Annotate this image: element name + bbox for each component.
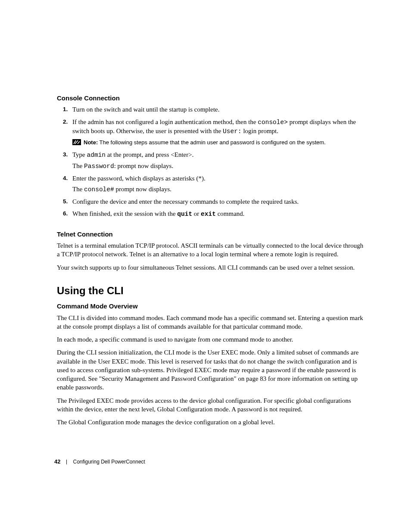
paragraph: The CLI is divided into command modes. E…: [57, 314, 364, 331]
heading-using-the-cli: Using the CLI: [57, 284, 364, 298]
heading-telnet-connection: Telnet Connection: [57, 230, 364, 239]
paragraph: Your switch supports up to four simultan…: [57, 263, 364, 272]
footer-divider: [66, 460, 67, 464]
step-text: When finished, exit the session with the…: [72, 209, 364, 219]
step-number: 5.: [63, 197, 72, 208]
document-page: Console Connection 1. Turn on the switch…: [0, 0, 411, 532]
step-text: If the admin has not configured a login …: [72, 118, 364, 136]
inline-code: console#: [84, 186, 114, 193]
step-number: 6.: [63, 209, 72, 221]
inline-code: User:: [223, 128, 242, 135]
inline-code: Password: [84, 163, 114, 170]
footer-title: Configuring Dell PowerConnect: [73, 458, 145, 465]
step-text: The console# prompt now displays.: [72, 185, 364, 194]
step-number: 1.: [63, 105, 72, 115]
page-footer: 42 Configuring Dell PowerConnect: [54, 458, 145, 466]
note-text: Note: The following steps assume that th…: [84, 139, 326, 146]
step-text: Turn on the switch and wait until the st…: [72, 105, 364, 114]
inline-code: admin: [87, 152, 106, 159]
heading-command-mode-overview: Command Mode Overview: [57, 302, 364, 311]
steps-console: 1. Turn on the switch and wait until the…: [57, 105, 364, 221]
inline-code: quit: [177, 211, 192, 218]
step-text: Type admin at the prompt, and press <Ent…: [72, 150, 364, 160]
paragraph: In each mode, a specific command is used…: [57, 335, 364, 344]
inline-code: console>: [258, 119, 288, 126]
step-number: 4.: [63, 174, 72, 196]
inline-code: exit: [201, 211, 216, 218]
note-callout: Note: The following steps assume that th…: [72, 139, 364, 146]
paragraph: The Privileged EXEC mode provides access…: [57, 396, 364, 414]
step-number: 2.: [63, 118, 72, 149]
step-text: Enter the password, which displays as as…: [72, 174, 364, 183]
step-text: Configure the device and enter the neces…: [72, 197, 364, 206]
step-number: 3.: [63, 150, 72, 172]
page-number: 42: [54, 458, 60, 466]
paragraph: During the CLI session initialization, t…: [57, 348, 364, 392]
heading-console-connection: Console Connection: [57, 94, 364, 103]
paragraph: Telnet is a terminal emulation TCP/IP pr…: [57, 241, 364, 259]
step-text: The Password: prompt now displays.: [72, 162, 364, 171]
note-icon: [72, 139, 81, 145]
paragraph: The Global Configuration mode manages th…: [57, 418, 364, 426]
